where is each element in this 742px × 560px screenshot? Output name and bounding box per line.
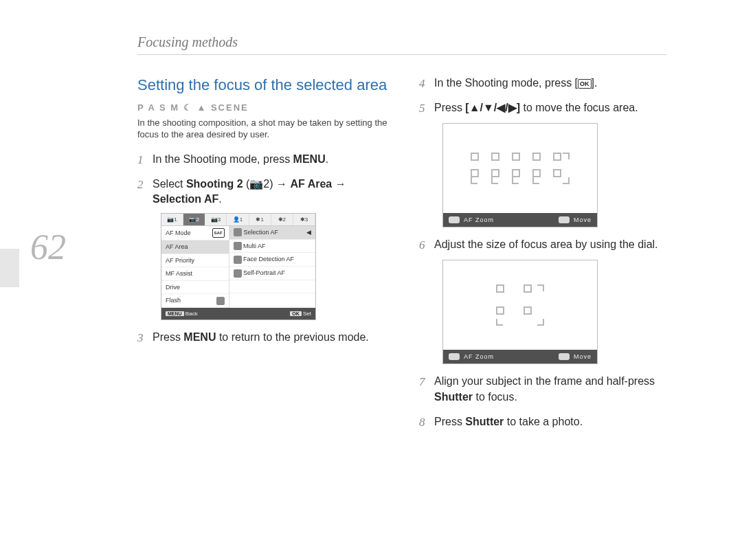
step-text: Press xyxy=(434,102,465,113)
step-text: . xyxy=(218,193,221,205)
page-title: Setting the focus of the selected area xyxy=(137,76,392,96)
step-8: Press Shutter to take a photo. xyxy=(419,414,673,429)
step-text: Press xyxy=(434,416,465,427)
menu-item-label: Multi AF xyxy=(243,243,266,249)
step-bold: Shooting 2 xyxy=(186,178,243,190)
steps-left: In the Shooting mode, press MENU. Select… xyxy=(137,152,392,346)
step-bold: Shutter xyxy=(465,416,504,427)
step-text: ( xyxy=(243,178,250,190)
live-view-single: AF Zoom Move xyxy=(442,260,598,365)
step-text: to move the focus area. xyxy=(520,102,638,113)
step-bold: MENU xyxy=(183,331,216,343)
step-text: to focus. xyxy=(473,391,517,403)
saf-icon: SAF xyxy=(212,228,225,238)
move-label: Move xyxy=(574,352,592,361)
menu-item: Face Detection AF xyxy=(229,253,315,267)
page-number: 62 xyxy=(0,227,96,267)
mode-indicator-line: P A S M ☾ ▲ SCENE xyxy=(137,102,392,113)
manual-page: 62 Focusing methods Setting the focus of… xyxy=(0,0,742,560)
menu-footer: MENU Back OK Set xyxy=(161,308,315,320)
step-6: Adjust the size of focus area by using t… xyxy=(419,237,673,364)
step-7: Align your subject in the frame and half… xyxy=(419,374,673,405)
af-icon xyxy=(234,269,242,278)
step-bold: Shutter xyxy=(434,391,473,403)
menu-set-label: Set xyxy=(302,311,311,317)
step-text: . xyxy=(326,153,328,165)
af-zoom-label: AF Zoom xyxy=(464,352,494,361)
step-bold: AF Area xyxy=(290,178,332,190)
af-zoom-label: AF Zoom xyxy=(464,216,494,225)
step-bold: [▲/▼/◀/▶] xyxy=(465,102,520,113)
live-footer: AF Zoom Move xyxy=(443,350,597,364)
menu-item: Drive xyxy=(161,281,229,295)
move-label: Move xyxy=(574,216,592,225)
menu-item-label: Selection AF xyxy=(244,228,279,237)
menu-item-label: Face Detection AF xyxy=(243,256,294,262)
af-focus-brackets xyxy=(471,153,570,184)
steps-right: In the Shooting mode, press [OK]. Press … xyxy=(419,76,673,430)
step-text: In the Shooting mode, press xyxy=(153,153,293,165)
menu-tab: ✱1 xyxy=(249,214,271,225)
dpad-icon xyxy=(559,216,570,223)
step-text: ) → xyxy=(269,178,290,190)
menu-tab-active: 📷2 xyxy=(183,214,205,225)
menu-item xyxy=(229,293,315,307)
step-text: → xyxy=(332,178,346,190)
left-column: Setting the focus of the selected area P… xyxy=(137,76,392,440)
menu-item: Self-Portrait AF xyxy=(229,267,315,280)
menu-right-column: Selection AF ◀ Multi AF Face Detection A… xyxy=(229,226,315,308)
camera-icon: 📷2 xyxy=(249,178,269,190)
intro-paragraph: In the shooting composition, a shot may … xyxy=(137,117,392,141)
menu-screenshot: 📷1 📷2 📷3 👤1 ✱1 ✱2 ✱3 AF Mode xyxy=(161,213,316,320)
step-text: Adjust the size of focus area by using t… xyxy=(434,238,658,250)
dpad-icon xyxy=(559,353,570,360)
menu-body: AF Mode SAF AF Area AF Priority MF Assis… xyxy=(161,226,315,308)
step-bold: MENU xyxy=(293,153,326,165)
content-columns: Setting the focus of the selected area P… xyxy=(137,76,673,440)
menu-back-label: Back xyxy=(184,311,198,317)
menu-item: AF Mode SAF xyxy=(161,226,229,240)
menu-tab: ✱3 xyxy=(293,214,315,225)
menu-back-button-icon: MENU xyxy=(166,311,184,316)
af-icon xyxy=(234,228,242,236)
step-1: In the Shooting mode, press MENU. xyxy=(137,152,392,167)
step-text: In the Shooting mode, press [ xyxy=(434,77,578,89)
right-column: In the Shooting mode, press [OK]. Press … xyxy=(419,76,673,440)
menu-tab: 📷3 xyxy=(205,214,227,225)
step-text: ]. xyxy=(592,77,598,89)
menu-ok-button-icon: OK xyxy=(290,311,302,316)
step-4: In the Shooting mode, press [OK]. xyxy=(419,76,673,91)
step-text: to return to the previous mode. xyxy=(216,331,368,343)
menu-item: Multi AF xyxy=(229,240,315,254)
dial-icon xyxy=(449,353,460,360)
menu-item-label: AF Mode xyxy=(166,229,191,238)
menu-item: MF Assist xyxy=(161,267,229,281)
step-bold: Selection AF xyxy=(153,193,218,205)
step-2: Select Shooting 2 (📷2) → AF Area → Selec… xyxy=(137,177,392,320)
menu-item-label: Self-Portrait AF xyxy=(243,269,285,276)
live-canvas xyxy=(443,260,597,350)
section-header: Focusing methods xyxy=(137,34,666,55)
live-canvas xyxy=(443,124,597,213)
step-3: Press MENU to return to the previous mod… xyxy=(137,330,392,345)
menu-tab: 👤1 xyxy=(227,214,249,225)
step-text: Align your subject in the frame and half… xyxy=(434,375,655,387)
menu-item: AF Priority xyxy=(161,254,229,268)
menu-item: Flash xyxy=(161,294,229,308)
check-icon: ◀ xyxy=(306,228,311,237)
menu-item-selected: Selection AF ◀ xyxy=(229,226,315,240)
flash-icon xyxy=(216,297,225,305)
dial-icon xyxy=(449,216,460,223)
step-5: Press [▲/▼/◀/▶] to move the focus area. … xyxy=(419,100,673,227)
menu-item xyxy=(229,280,315,294)
af-icon xyxy=(234,256,242,264)
live-view-multi: AF Zoom Move xyxy=(442,123,598,228)
menu-tab: 📷1 xyxy=(161,214,183,225)
af-icon xyxy=(234,242,242,250)
menu-item-label: Flash xyxy=(166,296,181,305)
menu-tabs: 📷1 📷2 📷3 👤1 ✱1 ✱2 ✱3 xyxy=(161,214,315,226)
menu-tab: ✱2 xyxy=(271,214,293,225)
menu-left-column: AF Mode SAF AF Area AF Priority MF Assis… xyxy=(161,226,229,308)
step-text: Press xyxy=(153,331,183,343)
menu-item-selected: AF Area xyxy=(161,240,229,254)
